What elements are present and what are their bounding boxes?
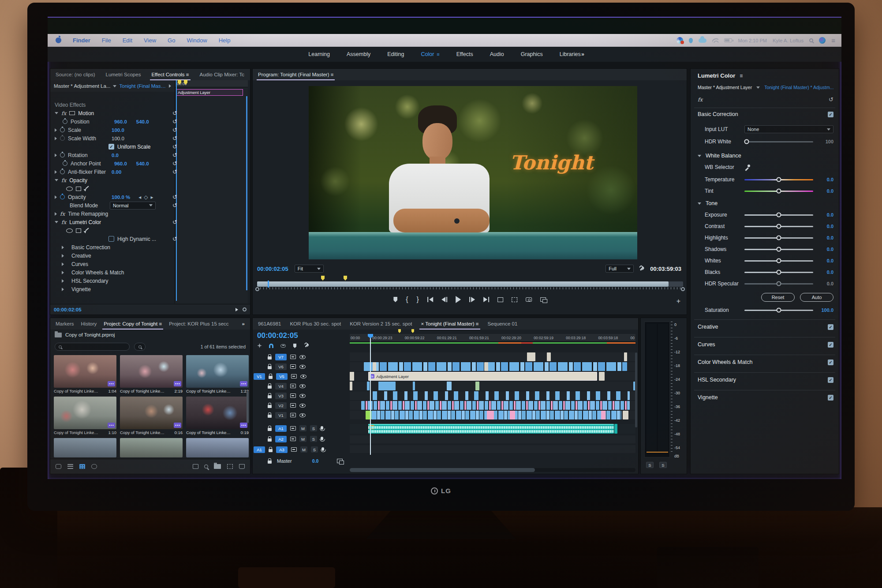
timeline-clip[interactable] xyxy=(484,362,489,371)
trash-icon[interactable] xyxy=(239,464,245,469)
section-color-wheels[interactable]: Color Wheels & Match xyxy=(55,268,177,277)
timeline-clip[interactable] xyxy=(350,372,354,381)
add-marker-icon[interactable] xyxy=(293,343,297,348)
tab-project[interactable]: Project: Copy of Tonight ≡ xyxy=(104,321,162,326)
menubar-user[interactable]: Kyle A. Loftus xyxy=(773,38,804,43)
track-lane-a1[interactable]: fx xyxy=(350,424,635,434)
track-output-eye-icon[interactable] xyxy=(299,413,306,417)
program-video-frame[interactable]: Tonight xyxy=(309,86,637,259)
new-bin-icon[interactable] xyxy=(214,464,221,469)
sync-lock-icon[interactable] xyxy=(290,393,296,398)
reset-icon[interactable]: ↺ xyxy=(172,110,177,116)
auto-button[interactable]: Auto xyxy=(800,293,833,302)
clip-label[interactable]: Copy of Tonight Linked...2:19 xyxy=(120,389,183,393)
chevron-right-icon[interactable] xyxy=(55,137,57,140)
sync-lock-icon[interactable] xyxy=(291,374,297,378)
track-lane-v1[interactable] xyxy=(350,411,635,419)
whites-slider[interactable] xyxy=(777,258,781,263)
clip-thumbnail[interactable] xyxy=(54,397,116,429)
timeline-vscroll[interactable] xyxy=(635,352,637,427)
stopwatch-icon[interactable] xyxy=(60,169,65,174)
timeline-clip[interactable] xyxy=(350,382,352,390)
stopwatch-icon[interactable] xyxy=(60,153,65,157)
tab-project2[interactable]: Project: KOR Plus 15 secc xyxy=(169,321,229,326)
find-icon[interactable] xyxy=(204,464,208,468)
chevron-right-icon[interactable] xyxy=(55,128,57,132)
tab-history[interactable]: History xyxy=(81,321,97,326)
rect-mask-icon[interactable] xyxy=(76,187,81,191)
lumetri-sequence-ref[interactable]: Tonight (Final Master) * Adjustm... xyxy=(764,85,833,90)
color-wheels-section[interactable]: Color Wheels & Match ✓ xyxy=(698,359,833,365)
adjustment-layer-clip[interactable]: fx Adjustment Layer xyxy=(368,372,597,381)
highlights-value[interactable]: 0.0 xyxy=(818,235,833,240)
notification-center-icon[interactable]: ≡ xyxy=(831,37,835,44)
settings-wrench-icon[interactable] xyxy=(639,266,645,272)
workspace-tab-editing[interactable]: Editing xyxy=(387,51,404,57)
track-target-v4[interactable]: V4 xyxy=(275,383,287,390)
sync-lock-icon[interactable] xyxy=(290,355,296,359)
creative-section[interactable]: Creative ✓ xyxy=(698,324,833,330)
wifi-icon[interactable] xyxy=(712,38,718,43)
mute-button[interactable]: M xyxy=(300,446,307,453)
chevron-right-icon[interactable] xyxy=(55,154,57,157)
opacity-effect-row[interactable]: fx Opacity xyxy=(55,176,177,184)
new-item-icon[interactable] xyxy=(227,464,233,469)
vignette-checkbox[interactable]: ✓ xyxy=(828,395,833,401)
chevron-right-icon[interactable] xyxy=(55,212,57,216)
reset-icon[interactable]: ↺ xyxy=(172,143,177,150)
reset-icon[interactable]: ↺ xyxy=(829,96,833,103)
export-frame-icon[interactable] xyxy=(526,297,532,302)
track-lane-v7[interactable] xyxy=(350,352,635,361)
clip-thumbnail-partial[interactable] xyxy=(186,438,249,457)
curves-checkbox[interactable]: ✓ xyxy=(828,342,833,348)
master-clip-label[interactable]: Master * Adjustment La... xyxy=(54,83,110,89)
section-creative[interactable]: Creative xyxy=(55,251,177,260)
marker-pin-icon[interactable] xyxy=(321,276,325,281)
reset-icon[interactable]: ↺ xyxy=(172,127,177,133)
antiflicker-value[interactable]: 0.00 xyxy=(112,169,121,175)
close-icon[interactable]: × xyxy=(421,321,424,326)
tint-value[interactable]: 0.0 xyxy=(818,188,833,194)
mark-out-icon[interactable]: } xyxy=(417,296,419,303)
timeline-clip[interactable] xyxy=(475,382,479,390)
sync-lock-icon[interactable] xyxy=(291,447,297,452)
scale-value[interactable]: 100.0 xyxy=(112,127,124,133)
chevron-right-icon[interactable] xyxy=(55,170,57,174)
tab-markers[interactable]: Markers xyxy=(56,321,74,326)
sequence-ref-label[interactable]: Tonight (Final Maste... xyxy=(119,83,166,89)
lock-icon[interactable] xyxy=(268,428,272,431)
add-keyframe-icon[interactable]: ◇ xyxy=(144,194,148,200)
reset-icon[interactable]: ↺ xyxy=(172,202,177,209)
timeline-tab-1[interactable]: KOR Plus 30 sec. spot xyxy=(290,321,341,326)
wb-eyedropper-icon[interactable] xyxy=(744,165,750,170)
zoom-level-select[interactable]: Fit xyxy=(295,265,324,273)
automate-sequence-icon[interactable] xyxy=(193,464,198,469)
lock-icon[interactable] xyxy=(268,415,272,418)
workspace-menu-icon[interactable]: ≡ xyxy=(437,52,439,57)
source-patch-v1[interactable]: V1 xyxy=(254,373,265,380)
sort-icons-icon[interactable] xyxy=(91,464,97,469)
curves-section[interactable]: Curves ✓ xyxy=(698,341,833,348)
comparison-view-icon[interactable] xyxy=(540,297,546,302)
hsl-secondary-checkbox[interactable]: ✓ xyxy=(828,377,833,383)
timeline-clip-group[interactable] xyxy=(371,411,621,419)
white-balance-header[interactable]: White Balance xyxy=(698,153,833,159)
anchor-x-value[interactable]: 960.0 xyxy=(114,161,127,166)
basic-correction-checkbox[interactable]: ✓ xyxy=(828,112,833,117)
clip-thumbnail[interactable] xyxy=(120,355,183,388)
timeline-clip-pink[interactable] xyxy=(487,411,494,419)
uniform-scale-checkbox[interactable]: ✓ xyxy=(108,144,114,150)
high-dynamic-checkbox[interactable] xyxy=(108,236,114,242)
motion-effect-row[interactable]: fx Motion ↺ xyxy=(55,109,177,117)
input-lut-select[interactable]: None xyxy=(744,125,833,133)
hdr-specular-slider[interactable] xyxy=(777,281,781,286)
workspace-tab-color[interactable]: Color ≡ xyxy=(421,51,439,57)
reset-button[interactable]: Reset xyxy=(761,293,795,302)
timeline-clip[interactable] xyxy=(413,382,415,390)
reset-icon[interactable]: ↺ xyxy=(172,135,177,142)
mark-in-icon[interactable]: { xyxy=(406,296,408,303)
solo-button[interactable]: S xyxy=(311,446,318,453)
timeline-clip[interactable] xyxy=(447,382,451,390)
button-editor-icon[interactable]: + xyxy=(676,297,680,305)
blacks-slider[interactable] xyxy=(777,270,781,275)
